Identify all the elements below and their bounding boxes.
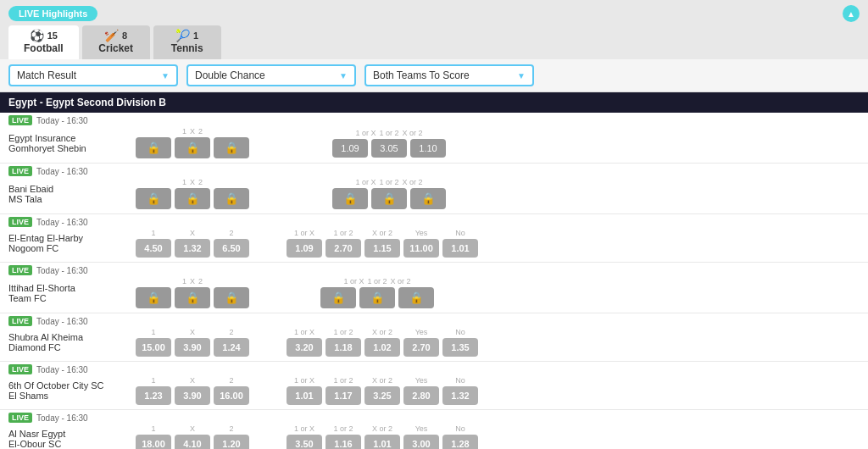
odd-btn[interactable]: 4.10: [175, 435, 210, 449]
odd-btn[interactable]: 3.25: [364, 386, 400, 405]
odd-btn[interactable]: 🔒: [175, 188, 210, 209]
double-chance-filter[interactable]: Double Chance ▼: [186, 64, 356, 86]
tab-football[interactable]: ⚽ 15 Football: [8, 25, 79, 59]
odd-btn[interactable]: 🔒: [398, 287, 434, 308]
odd-btn[interactable]: 🔒: [214, 137, 249, 158]
match-row: LIVE Today - 16:30 El-Entag El-Harby Nog…: [0, 214, 868, 263]
match-row: LIVE Today - 16:30 Shubra Al Kheima Diam…: [0, 313, 868, 362]
odd-btn[interactable]: 1.09: [287, 239, 322, 258]
matches-container: LIVE Today - 16:30 Egypt Insurance Gomho…: [0, 113, 868, 449]
odd-btn[interactable]: 🔒: [320, 287, 356, 308]
live-badge: LIVE: [8, 217, 32, 227]
odd-btn[interactable]: 2.70: [403, 338, 439, 357]
live-badge: LIVE: [8, 265, 32, 275]
football-icon: ⚽: [30, 29, 44, 42]
tennis-icon: 🎾: [175, 29, 190, 42]
odd-btn[interactable]: 🔒: [175, 287, 210, 308]
match-time: Today - 16:30: [36, 365, 88, 374]
odd-btn[interactable]: 1.01: [287, 386, 322, 405]
sports-tabs: ⚽ 15 Football 🏏 8 Cricket 🎾 1 Tennis: [0, 22, 868, 59]
team-names: Shubra Al Kheima Diamond FC: [8, 332, 136, 352]
odd-btn[interactable]: 🔒: [175, 137, 210, 158]
both-teams-arrow: ▼: [517, 71, 526, 80]
live-highlights-label: LIVE Highlights: [19, 8, 87, 19]
odd-btn[interactable]: 1.09: [332, 139, 368, 158]
odd-btn[interactable]: 1.17: [326, 386, 361, 405]
match-time: Today - 16:30: [36, 218, 88, 227]
live-highlights-button[interactable]: LIVE Highlights: [8, 6, 97, 21]
odd-btn[interactable]: 18.00: [136, 435, 171, 449]
odd-btn[interactable]: 🔒: [359, 287, 395, 308]
odd-btn[interactable]: 16.00: [214, 386, 249, 405]
odd-btn[interactable]: 4.50: [136, 239, 171, 258]
cricket-label: Cricket: [98, 42, 133, 54]
odd-btn[interactable]: 1.15: [364, 239, 400, 258]
live-badge: LIVE: [8, 316, 32, 326]
both-teams-filter[interactable]: Both Teams To Score ▼: [364, 64, 534, 86]
odd-btn[interactable]: 1.20: [214, 435, 249, 449]
odd-btn[interactable]: 🔒: [136, 188, 171, 209]
odd-btn[interactable]: 1.18: [326, 338, 361, 357]
cricket-icon: 🏏: [104, 29, 119, 42]
match-row: LIVE Today - 16:30 Egypt Insurance Gomho…: [0, 113, 868, 164]
team-names: Egypt Insurance Gomhoryet Shebin: [8, 133, 136, 153]
odd-btn[interactable]: 3.00: [403, 435, 439, 449]
tennis-label: Tennis: [171, 42, 203, 54]
odd-btn[interactable]: 🔒: [136, 137, 171, 158]
live-badge: LIVE: [8, 413, 32, 423]
odd-btn[interactable]: 1.24: [214, 338, 249, 357]
football-count: 15: [47, 30, 58, 41]
team-names: El-Entag El-Harby Nogoom FC: [8, 233, 136, 253]
match-time: Today - 16:30: [36, 116, 88, 125]
odd-btn[interactable]: 🔒: [371, 188, 407, 209]
odd-btn[interactable]: 🔒: [214, 188, 249, 209]
odd-btn[interactable]: 1.02: [364, 338, 400, 357]
odd-btn[interactable]: 🔒: [214, 287, 249, 308]
odd-btn[interactable]: 1.35: [442, 338, 478, 357]
odd-btn[interactable]: 1.23: [136, 386, 171, 405]
odd-btn[interactable]: 11.00: [403, 239, 439, 258]
match-time: Today - 16:30: [36, 317, 88, 326]
football-label: Football: [24, 42, 64, 54]
match-result-label: Match Result: [17, 69, 76, 81]
odd-btn[interactable]: 1.10: [410, 139, 446, 158]
odd-btn[interactable]: 3.50: [287, 435, 322, 449]
filters-row: Match Result ▼ Double Chance ▼ Both Team…: [0, 59, 868, 92]
odd-btn[interactable]: 3.20: [287, 338, 322, 357]
both-teams-label: Both Teams To Score: [373, 69, 470, 81]
match-row: LIVE Today - 16:30 Bani Ebaid MS Tala 1X…: [0, 164, 868, 214]
collapse-icon[interactable]: ▲: [843, 5, 860, 22]
odd-btn[interactable]: 15.00: [136, 338, 171, 357]
team-names: 6th Of October City SC El Shams: [8, 380, 136, 401]
odd-btn[interactable]: 🔒: [136, 287, 171, 308]
team-names: Al Nasr Egypt El-Obour SC: [8, 429, 136, 449]
top-bar: LIVE Highlights ▲ ⚽ 15 Football 🏏 8 Cric…: [0, 0, 868, 59]
live-badge: LIVE: [8, 166, 32, 176]
section-header: Egypt - Egypt Second Division B: [0, 92, 868, 113]
odd-btn[interactable]: 2.80: [403, 386, 439, 405]
live-badge: LIVE: [8, 115, 32, 125]
odd-btn[interactable]: 3.90: [175, 386, 210, 405]
tab-tennis[interactable]: 🎾 1 Tennis: [153, 25, 221, 59]
odd-btn[interactable]: 🔒: [410, 188, 446, 209]
odd-btn[interactable]: 🔒: [332, 188, 368, 209]
tab-cricket[interactable]: 🏏 8 Cricket: [82, 25, 150, 59]
odd-btn[interactable]: 2.70: [326, 239, 361, 258]
match-result-filter[interactable]: Match Result ▼: [8, 64, 178, 86]
odd-btn[interactable]: 1.32: [175, 239, 210, 258]
match-time: Today - 16:30: [36, 266, 88, 275]
cricket-count: 8: [122, 30, 127, 41]
odd-btn[interactable]: 1.28: [442, 435, 478, 449]
match-row: LIVE Today - 16:30 Ittihad El-Shorta Tea…: [0, 263, 868, 313]
odd-btn[interactable]: 3.05: [371, 139, 407, 158]
odd-btn[interactable]: 6.50: [214, 239, 249, 258]
odd-btn[interactable]: 1.01: [364, 435, 400, 449]
odd-btn[interactable]: 3.90: [175, 338, 210, 357]
match-row: LIVE Today - 16:30 Al Nasr Egypt El-Obou…: [0, 410, 868, 449]
team-names: Ittihad El-Shorta Team FC: [8, 283, 136, 303]
match-row: LIVE Today - 16:30 6th Of October City S…: [0, 362, 868, 410]
odd-btn[interactable]: 1.01: [442, 239, 478, 258]
double-chance-arrow: ▼: [339, 71, 348, 80]
odd-btn[interactable]: 1.16: [326, 435, 361, 449]
odd-btn[interactable]: 1.32: [442, 386, 478, 405]
